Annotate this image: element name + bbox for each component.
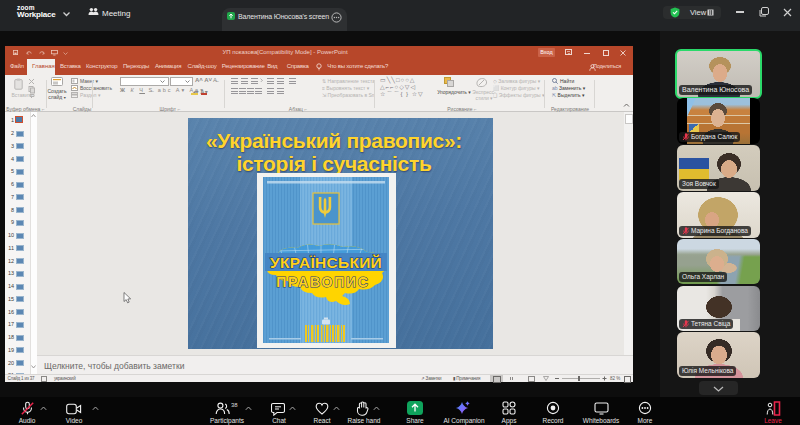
svg-text:УКРАЇНСЬКИЙ: УКРАЇНСЬКИЙ xyxy=(270,254,382,271)
svg-text:ПРАВОПИС: ПРАВОПИС xyxy=(276,274,370,290)
